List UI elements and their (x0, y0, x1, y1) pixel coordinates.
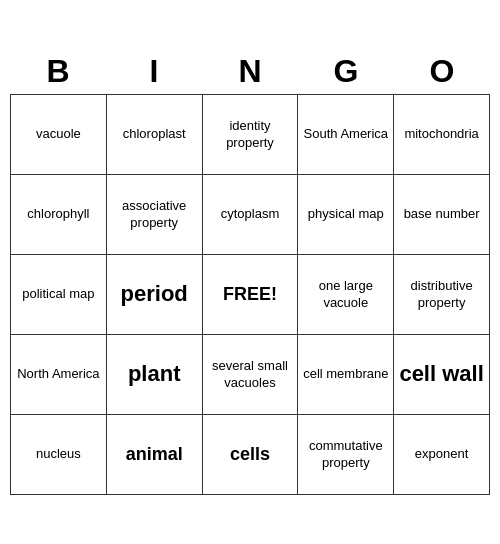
bingo-cell-21: animal (107, 415, 203, 495)
bingo-cell-4: mitochondria (394, 95, 490, 175)
bingo-cell-15: North America (11, 335, 107, 415)
bingo-grid: vacuolechloroplastidentity propertySouth… (10, 94, 490, 495)
bingo-cell-0: vacuole (11, 95, 107, 175)
bingo-cell-7: cytoplasm (203, 175, 299, 255)
bingo-cell-3: South America (298, 95, 394, 175)
bingo-letter: O (394, 49, 490, 94)
bingo-letter: B (10, 49, 106, 94)
bingo-cell-9: base number (394, 175, 490, 255)
bingo-cell-2: identity property (203, 95, 299, 175)
bingo-cell-10: political map (11, 255, 107, 335)
bingo-cell-5: chlorophyll (11, 175, 107, 255)
bingo-header: BINGO (10, 49, 490, 94)
bingo-letter: I (106, 49, 202, 94)
bingo-letter: G (298, 49, 394, 94)
bingo-cell-22: cells (203, 415, 299, 495)
bingo-cell-12: FREE! (203, 255, 299, 335)
bingo-cell-18: cell membrane (298, 335, 394, 415)
bingo-letter: N (202, 49, 298, 94)
bingo-card: BINGO vacuolechloroplastidentity propert… (10, 49, 490, 495)
bingo-cell-1: chloroplast (107, 95, 203, 175)
bingo-cell-6: associative property (107, 175, 203, 255)
bingo-cell-19: cell wall (394, 335, 490, 415)
bingo-cell-16: plant (107, 335, 203, 415)
bingo-cell-17: several small vacuoles (203, 335, 299, 415)
bingo-cell-24: exponent (394, 415, 490, 495)
bingo-cell-13: one large vacuole (298, 255, 394, 335)
bingo-cell-11: period (107, 255, 203, 335)
bingo-cell-14: distributive property (394, 255, 490, 335)
bingo-cell-20: nucleus (11, 415, 107, 495)
bingo-cell-8: physical map (298, 175, 394, 255)
bingo-cell-23: commutative property (298, 415, 394, 495)
